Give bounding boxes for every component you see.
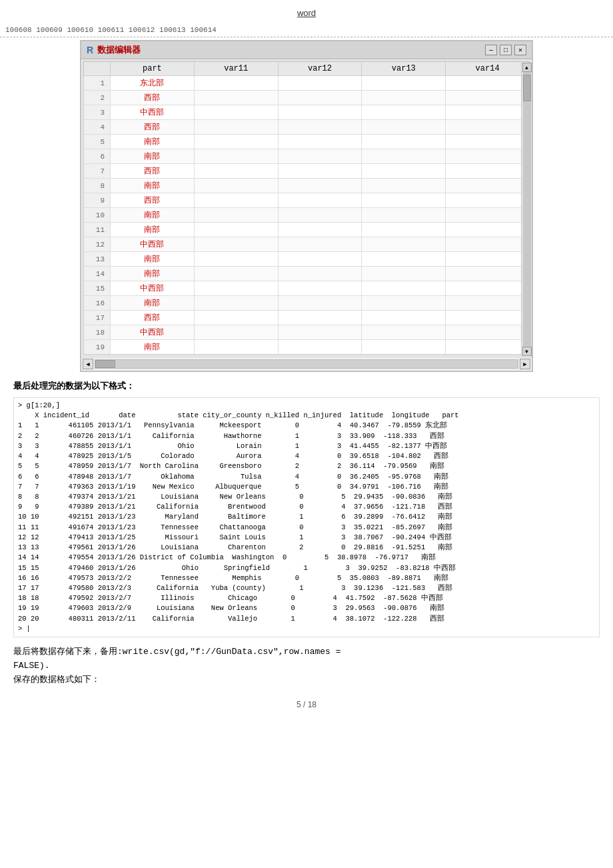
cell-var13[interactable] xyxy=(362,149,446,164)
cell-var12[interactable] xyxy=(278,325,362,340)
cell-var12[interactable] xyxy=(278,179,362,193)
cell-var13[interactable] xyxy=(362,76,446,91)
cell-var14[interactable] xyxy=(446,149,530,164)
cell-var14[interactable] xyxy=(446,120,530,135)
cell-part[interactable]: 东北部 xyxy=(111,76,195,91)
scroll-track[interactable] xyxy=(95,359,518,369)
cell-var11[interactable] xyxy=(194,311,278,325)
cell-var12[interactable] xyxy=(278,267,362,281)
cell-var14[interactable] xyxy=(446,76,530,91)
cell-var12[interactable] xyxy=(278,281,362,296)
cell-var13[interactable] xyxy=(362,340,446,355)
cell-var14[interactable] xyxy=(446,223,530,237)
cell-var13[interactable] xyxy=(362,325,446,340)
cell-var12[interactable] xyxy=(278,237,362,252)
v-scroll-down-button[interactable]: ▼ xyxy=(522,347,532,356)
cell-var12[interactable] xyxy=(278,120,362,135)
cell-var14[interactable] xyxy=(446,281,530,296)
minimize-button[interactable]: — xyxy=(485,45,497,55)
cell-var11[interactable] xyxy=(194,91,278,105)
cell-part[interactable]: 南部 xyxy=(111,149,195,164)
cell-var14[interactable] xyxy=(446,91,530,105)
cell-var13[interactable] xyxy=(362,208,446,223)
word-link[interactable]: word xyxy=(297,8,316,18)
cell-var13[interactable] xyxy=(362,105,446,120)
cell-var12[interactable] xyxy=(278,135,362,149)
cell-var12[interactable] xyxy=(278,164,362,179)
cell-var14[interactable] xyxy=(446,267,530,281)
cell-var11[interactable] xyxy=(194,281,278,296)
cell-var11[interactable] xyxy=(194,208,278,223)
cell-part[interactable]: 南部 xyxy=(111,135,195,149)
cell-var12[interactable] xyxy=(278,193,362,208)
cell-part[interactable]: 中西部 xyxy=(111,105,195,120)
cell-var14[interactable] xyxy=(446,164,530,179)
cell-var12[interactable] xyxy=(278,311,362,325)
cell-var12[interactable] xyxy=(278,105,362,120)
cell-var13[interactable] xyxy=(362,267,446,281)
cell-var14[interactable] xyxy=(446,208,530,223)
cell-var12[interactable] xyxy=(278,340,362,355)
cell-var14[interactable] xyxy=(446,237,530,252)
cell-var11[interactable] xyxy=(194,105,278,120)
cell-var11[interactable] xyxy=(194,135,278,149)
cell-var14[interactable] xyxy=(446,193,530,208)
cell-var11[interactable] xyxy=(194,193,278,208)
cell-var12[interactable] xyxy=(278,91,362,105)
cell-part[interactable]: 南部 xyxy=(111,340,195,355)
cell-var14[interactable] xyxy=(446,296,530,311)
cell-var13[interactable] xyxy=(362,252,446,267)
cell-part[interactable]: 西部 xyxy=(111,91,195,105)
cell-var13[interactable] xyxy=(362,296,446,311)
cell-var14[interactable] xyxy=(446,135,530,149)
cell-var13[interactable] xyxy=(362,193,446,208)
cell-part[interactable]: 南部 xyxy=(111,267,195,281)
close-button[interactable]: ✕ xyxy=(514,45,526,55)
cell-var11[interactable] xyxy=(194,149,278,164)
cell-var13[interactable] xyxy=(362,237,446,252)
cell-var12[interactable] xyxy=(278,76,362,91)
cell-var13[interactable] xyxy=(362,120,446,135)
cell-var13[interactable] xyxy=(362,223,446,237)
cell-var11[interactable] xyxy=(194,120,278,135)
cell-var14[interactable] xyxy=(446,325,530,340)
cell-part[interactable]: 中西部 xyxy=(111,237,195,252)
cell-part[interactable]: 南部 xyxy=(111,296,195,311)
cell-var14[interactable] xyxy=(446,252,530,267)
cell-var14[interactable] xyxy=(446,340,530,355)
cell-var13[interactable] xyxy=(362,179,446,193)
v-scroll-up-button[interactable]: ▲ xyxy=(522,63,532,72)
cell-part[interactable]: 西部 xyxy=(111,120,195,135)
cell-var14[interactable] xyxy=(446,105,530,120)
cell-part[interactable]: 南部 xyxy=(111,252,195,267)
cell-part[interactable]: 西部 xyxy=(111,193,195,208)
cell-var11[interactable] xyxy=(194,252,278,267)
cell-part[interactable]: 中西部 xyxy=(111,281,195,296)
cell-var11[interactable] xyxy=(194,296,278,311)
cell-var13[interactable] xyxy=(362,311,446,325)
cell-var14[interactable] xyxy=(446,179,530,193)
top-word-link[interactable]: word xyxy=(0,0,613,23)
cell-var12[interactable] xyxy=(278,252,362,267)
cell-var11[interactable] xyxy=(194,76,278,91)
cell-var11[interactable] xyxy=(194,340,278,355)
cell-var14[interactable] xyxy=(446,311,530,325)
cell-part[interactable]: 南部 xyxy=(111,208,195,223)
cell-var12[interactable] xyxy=(278,208,362,223)
cell-var11[interactable] xyxy=(194,223,278,237)
cell-var12[interactable] xyxy=(278,223,362,237)
restore-button[interactable]: □ xyxy=(500,45,512,55)
cell-var11[interactable] xyxy=(194,179,278,193)
cell-var11[interactable] xyxy=(194,237,278,252)
cell-part[interactable]: 西部 xyxy=(111,164,195,179)
cell-var11[interactable] xyxy=(194,325,278,340)
cell-var11[interactable] xyxy=(194,267,278,281)
cell-var11[interactable] xyxy=(194,164,278,179)
cell-part[interactable]: 中西部 xyxy=(111,325,195,340)
v-scroll-track[interactable] xyxy=(523,72,531,347)
scroll-left-button[interactable]: ◀ xyxy=(83,359,93,369)
scroll-right-button[interactable]: ▶ xyxy=(520,359,530,369)
cell-var12[interactable] xyxy=(278,296,362,311)
cell-var13[interactable] xyxy=(362,135,446,149)
cell-var13[interactable] xyxy=(362,281,446,296)
